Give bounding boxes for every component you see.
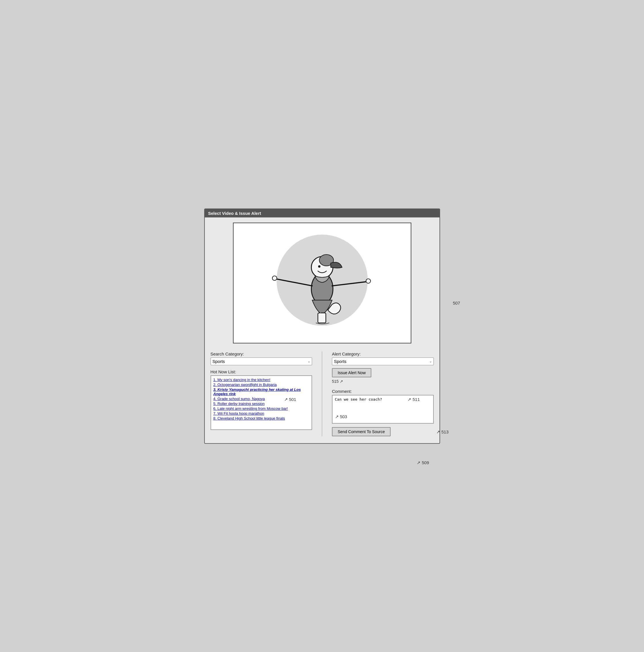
alert-category-select[interactable]: Sports News Entertainment Technology Mus…	[332, 357, 434, 365]
svg-point-4	[318, 265, 320, 268]
left-panel: Search Category: Sports News Entertainme…	[211, 351, 312, 430]
ref503-annotation: ↗ 503	[335, 414, 347, 419]
svg-rect-9	[318, 313, 326, 323]
hot-now-list-label: Hot Now List:	[211, 369, 312, 374]
list-item[interactable]: 5. Roller derby training session	[213, 402, 306, 406]
list-item[interactable]: 7. Wii Fit hoola hoop marathon	[213, 411, 306, 415]
list-item[interactable]: 1. My son's dancing in the kitchen!	[213, 378, 306, 382]
title-bar-text: Select Video & Issue Alert	[208, 211, 261, 216]
list-item[interactable]: 8. Cleveland High School little league f…	[213, 416, 306, 420]
right-panel: Alert Category: Sports News Entertainmen…	[332, 351, 434, 436]
comment-label: Comment:	[332, 389, 434, 394]
title-bar: Select Video & Issue Alert	[205, 209, 439, 217]
ref515-label: 515 ↗	[332, 379, 434, 384]
list-item[interactable]: 2. Octogenarian swordfight in Bulgaria	[213, 382, 306, 387]
ref511-annotation: ↗ 511	[408, 397, 420, 402]
ref503-text: 503	[340, 414, 347, 419]
issue-alert-button[interactable]: Issue Alert Now	[332, 368, 371, 377]
svg-point-6	[272, 276, 277, 280]
search-category-select[interactable]: Sports News Entertainment Technology Mus…	[211, 357, 312, 365]
ref513-annotation: ↗ 513	[436, 429, 449, 435]
video-preview	[233, 223, 411, 344]
alert-category-dropdown-wrapper: Sports News Entertainment Technology Mus…	[332, 357, 434, 365]
list-item-selected[interactable]: 3. Kristy Yamaguchi practicing her skati…	[213, 387, 306, 396]
search-category-label: Search Category:	[211, 351, 312, 356]
ref509-text: 509	[422, 460, 429, 465]
skater-illustration	[234, 223, 411, 343]
svg-point-8	[366, 279, 371, 283]
search-category-dropdown-wrapper: Sports News Entertainment Technology Mus…	[211, 357, 312, 365]
alert-category-section: Alert Category: Sports News Entertainmen…	[332, 351, 434, 365]
hot-now-list[interactable]: 1. My son's dancing in the kitchen! 2. O…	[211, 375, 312, 430]
ref513-text: 513	[441, 429, 449, 434]
main-window: Select Video & Issue Alert	[204, 209, 440, 444]
send-comment-button[interactable]: Send Comment To Source	[332, 427, 391, 436]
ref511-text: 511	[412, 397, 420, 402]
ref501-text: 501	[289, 397, 296, 402]
ref509-annotation: ↗ 509	[417, 460, 429, 465]
alert-category-label: Alert Category:	[332, 351, 434, 356]
ref507-annotation: 507	[453, 301, 460, 305]
ref501-annotation: ↗ 501	[284, 397, 296, 402]
ref515-text: 515 ↗	[332, 379, 343, 384]
ref507-text: 507	[453, 301, 460, 305]
list-item[interactable]: 6. Late night arm wrestling from Moscow …	[213, 406, 306, 411]
